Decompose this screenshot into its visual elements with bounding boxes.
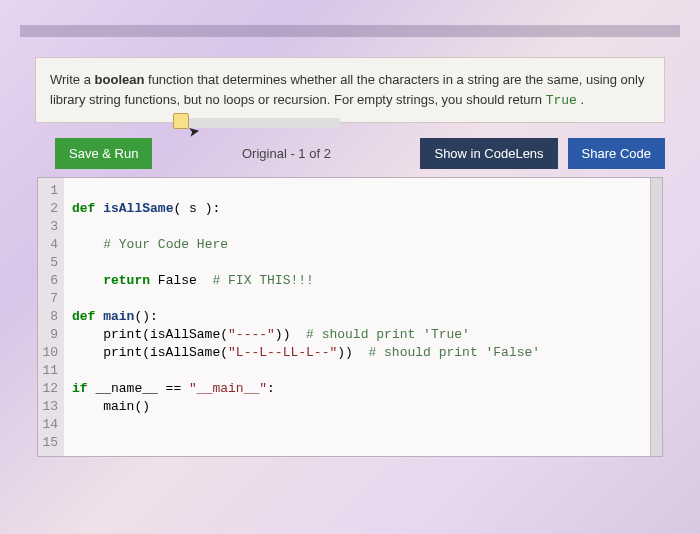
progress-track[interactable]: [180, 118, 340, 128]
line-number: 8: [42, 308, 58, 326]
share-code-button[interactable]: Share Code: [568, 138, 665, 169]
editor-scrollbar[interactable]: [650, 178, 662, 456]
code-line: [72, 254, 654, 272]
instruction-code-true: True: [546, 93, 577, 108]
line-number: 10: [42, 344, 58, 362]
line-number: 1: [42, 182, 58, 200]
code-line: print(isAllSame("L--L--LL-L--")) # shoul…: [72, 344, 654, 362]
line-number: 9: [42, 326, 58, 344]
code-line: def main():: [72, 308, 654, 326]
line-number: 12: [42, 380, 58, 398]
line-number: 5: [42, 254, 58, 272]
line-number: 7: [42, 290, 58, 308]
line-number: 2: [42, 200, 58, 218]
line-number: 4: [42, 236, 58, 254]
code-line: [72, 362, 654, 380]
code-line: if __name__ == "__main__":: [72, 380, 654, 398]
code-line: [72, 416, 654, 434]
show-codelens-button[interactable]: Show in CodeLens: [420, 138, 557, 169]
line-number: 6: [42, 272, 58, 290]
line-number: 14: [42, 416, 58, 434]
code-line: [72, 290, 654, 308]
code-line: main(): [72, 398, 654, 416]
line-number: 11: [42, 362, 58, 380]
code-editor[interactable]: 1 2 3 4 5 6 7 8 9 10 11 12 13 14 15 def …: [37, 177, 663, 457]
original-label: Original - 1 of 2: [162, 146, 410, 161]
code-line: # Your Code Here: [72, 236, 654, 254]
toolbar: ➤ Save & Run Original - 1 of 2 Show in C…: [25, 138, 675, 177]
line-gutter: 1 2 3 4 5 6 7 8 9 10 11 12 13 14 15: [38, 178, 64, 456]
code-body[interactable]: def isAllSame( s ): # Your Code Here ret…: [64, 178, 662, 456]
instruction-text-prefix: Write a: [50, 72, 95, 87]
code-line: [72, 218, 654, 236]
instruction-panel: Write a boolean function that determines…: [35, 57, 665, 123]
progress-handle[interactable]: [173, 113, 189, 129]
code-line: def isAllSame( s ):: [72, 200, 654, 218]
code-line: return False # FIX THIS!!!: [72, 272, 654, 290]
code-line: [72, 182, 654, 200]
code-line: [72, 434, 654, 452]
save-run-button[interactable]: Save & Run: [55, 138, 152, 169]
instruction-text-suffix: .: [577, 92, 584, 107]
line-number: 15: [42, 434, 58, 452]
code-line: print(isAllSame("----")) # should print …: [72, 326, 654, 344]
line-number: 13: [42, 398, 58, 416]
instruction-bold: boolean: [95, 72, 145, 87]
line-number: 3: [42, 218, 58, 236]
